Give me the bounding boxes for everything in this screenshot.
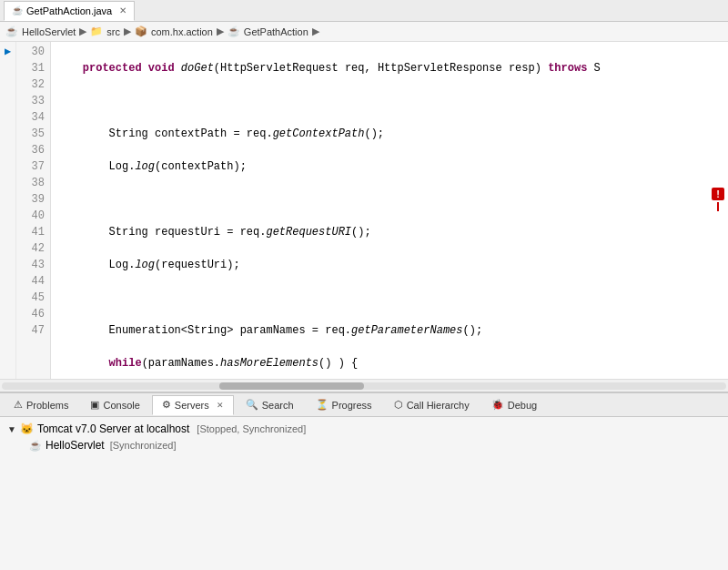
horizontal-scrollbar[interactable] <box>0 379 728 392</box>
bc-item-3[interactable]: com.hx.action <box>151 26 213 37</box>
tab-search[interactable]: 🔍 Search <box>236 395 304 415</box>
problems-label: Problems <box>26 400 68 411</box>
scrollbar-thumb[interactable] <box>219 382 364 390</box>
bc-item-2[interactable]: src <box>106 26 120 37</box>
bc-item-1[interactable]: HelloServlet <box>22 26 76 37</box>
error-marker: ! <box>710 186 726 217</box>
search-label: Search <box>262 400 294 411</box>
search-icon: 🔍 <box>246 399 258 411</box>
file-tab[interactable]: ☕ GetPathAction.java ✕ <box>4 1 135 21</box>
tab-call-hierarchy[interactable]: ⬡ Call Hierarchy <box>384 395 480 415</box>
debug-label: Debug <box>508 400 537 411</box>
bc-sep-3: ▶ <box>217 25 224 37</box>
tab-debug[interactable]: 🐞 Debug <box>481 395 547 415</box>
console-label: Console <box>103 400 139 411</box>
problems-icon: ⚠ <box>14 399 23 411</box>
call-hierarchy-label: Call Hierarchy <box>407 400 470 411</box>
code-editor: ▶ 30 31 32 33 34 35 36 37 38 39 40 41 42… <box>0 42 728 379</box>
child-icon: ☕ <box>29 440 42 452</box>
progress-icon: ⏳ <box>316 399 329 411</box>
bc-item-4[interactable]: GetPathAction <box>244 26 308 37</box>
scrollbar-track[interactable] <box>2 382 726 390</box>
tab-close-button[interactable]: ✕ <box>119 5 126 15</box>
tab-label: GetPathAction.java <box>26 5 112 16</box>
breakpoint-gutter: ▶ <box>0 42 16 379</box>
bc-icon-1: ☕ <box>5 25 18 37</box>
debug-icon: 🐞 <box>491 399 504 411</box>
tab-problems[interactable]: ⚠ Problems <box>4 395 78 415</box>
call-hierarchy-icon: ⬡ <box>394 399 403 411</box>
server-child-item[interactable]: ☕ HelloServlet [Synchronized] <box>29 439 721 452</box>
tab-servers[interactable]: ⚙ Servers ✕ <box>152 395 234 415</box>
server-item[interactable]: ▼ 🐱 Tomcat v7.0 Server at localhost [Sto… <box>7 422 721 435</box>
child-status: [Synchronized] <box>110 440 177 451</box>
breadcrumb: ☕ HelloServlet ▶ 📁 src ▶ 📦 com.hx.action… <box>0 22 728 42</box>
tab-console[interactable]: ▣ Console <box>80 395 149 415</box>
bc-sep-2: ▶ <box>124 25 131 37</box>
java-file-icon: ☕ <box>12 5 23 15</box>
child-name: HelloServlet <box>46 439 105 452</box>
editor-tab-bar: ☕ GetPathAction.java ✕ <box>0 0 728 22</box>
servers-icon: ⚙ <box>162 399 171 411</box>
code-content[interactable]: protected void doGet(HttpServletRequest … <box>51 42 728 379</box>
bc-icon-4: ☕ <box>228 25 240 37</box>
console-icon: ▣ <box>90 399 99 411</box>
tab-progress[interactable]: ⏳ Progress <box>306 395 382 415</box>
server-name: Tomcat v7.0 Server at localhost <box>37 422 189 435</box>
progress-label: Progress <box>332 400 372 411</box>
server-icon: 🐱 <box>20 422 34 435</box>
svg-text:!: ! <box>716 188 720 199</box>
servers-close-icon[interactable]: ✕ <box>217 401 224 410</box>
bc-icon-3: 📦 <box>135 25 147 37</box>
server-status: [Stopped, Synchronized] <box>197 423 306 434</box>
servers-content: ▼ 🐱 Tomcat v7.0 Server at localhost [Sto… <box>0 417 728 459</box>
servers-label: Servers <box>175 400 209 411</box>
bc-sep-1: ▶ <box>79 25 86 37</box>
line-numbers: 30 31 32 33 34 35 36 37 38 39 40 41 42 4… <box>16 42 51 379</box>
bc-icon-2: 📁 <box>90 25 103 37</box>
server-expand-arrow[interactable]: ▼ <box>7 424 16 434</box>
bottom-panel: ⚠ Problems ▣ Console ⚙ Servers ✕ 🔍 Searc… <box>0 392 728 569</box>
line-arrow: ▶ <box>0 44 15 60</box>
bc-sep-4: ▶ <box>312 25 319 37</box>
panel-tab-bar: ⚠ Problems ▣ Console ⚙ Servers ✕ 🔍 Searc… <box>0 393 728 417</box>
